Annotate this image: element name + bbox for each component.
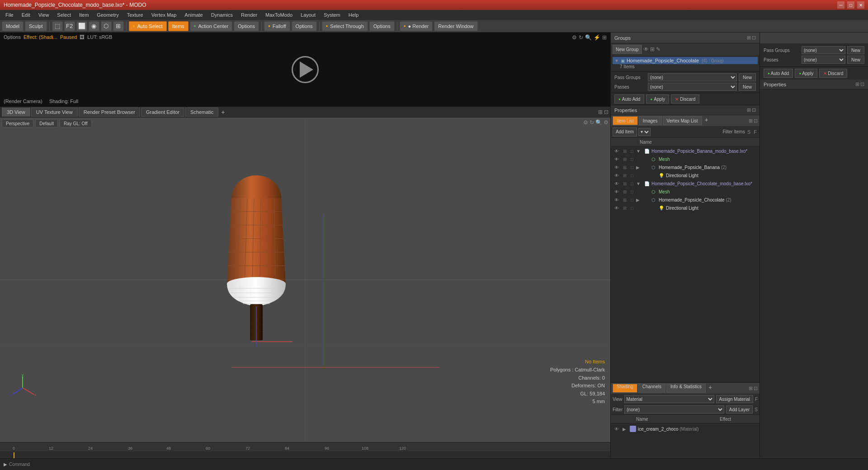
- vp-ctrl-2[interactable]: ↻: [590, 119, 594, 126]
- menu-vertex-map[interactable]: Vertex Map: [148, 11, 180, 19]
- menu-dynamics[interactable]: Dynamics: [208, 11, 236, 19]
- options-btn-2[interactable]: Options: [292, 21, 317, 31]
- fr-passes-select[interactable]: (none): [802, 56, 845, 64]
- passes-select[interactable]: (none): [648, 83, 737, 91]
- f4-btn[interactable]: ◉: [89, 21, 99, 31]
- falloff-btn[interactable]: Falloff: [264, 21, 290, 31]
- il-icon-2[interactable]: ⊡: [754, 118, 758, 124]
- fr-auto-add-btn[interactable]: ● Auto Add: [764, 69, 793, 78]
- vis-icon[interactable]: 👁: [613, 165, 621, 170]
- filter-select[interactable]: (none): [624, 405, 724, 414]
- preview-icon-2[interactable]: ↻: [579, 34, 583, 41]
- new-group-btn[interactable]: New Group: [613, 45, 642, 54]
- groups-collapse-icon[interactable]: ⊡: [752, 35, 756, 41]
- new-passes-btn-2[interactable]: New: [739, 83, 756, 91]
- sh-row-ice-cream[interactable]: 👁 ▶ ice_cream_2_choco (Material): [613, 424, 758, 433]
- new-passes-btn[interactable]: New: [739, 73, 756, 81]
- f6-btn[interactable]: ⊞: [113, 21, 124, 31]
- menu-geometry[interactable]: Geometry: [93, 11, 122, 19]
- preview-icon-5[interactable]: ⊞: [602, 34, 607, 41]
- expand-arrow[interactable]: ▼: [636, 149, 642, 154]
- tab-render-preset[interactable]: Render Preset Browser: [79, 108, 140, 117]
- tab-vertex-map[interactable]: Vertex Map List: [663, 116, 702, 125]
- vis-icon[interactable]: 👁: [613, 189, 621, 194]
- group-item-chocolate[interactable]: ▼ ▣ Homemade_Popsicle_Chocolate (4) : Gr…: [613, 57, 758, 64]
- expand-arrow[interactable]: ▼: [636, 181, 642, 186]
- f2-btn[interactable]: F2: [64, 21, 75, 31]
- auto-add-btn[interactable]: ● Auto Add: [614, 94, 644, 103]
- tab-uv-texture[interactable]: UV Texture View: [31, 108, 78, 117]
- menu-file[interactable]: File: [2, 11, 17, 19]
- menu-animate[interactable]: Animate: [181, 11, 206, 19]
- menu-item[interactable]: Item: [75, 11, 92, 19]
- render-btn[interactable]: ● Render: [400, 21, 433, 31]
- default-btn[interactable]: Default: [35, 119, 58, 127]
- group-expand-arrow[interactable]: ▼: [614, 58, 619, 63]
- fr-discard-btn[interactable]: ✕ Discard: [819, 69, 847, 78]
- tab-gradient-editor[interactable]: Gradient Editor: [141, 108, 184, 117]
- fr-pg-select[interactable]: (none): [802, 46, 845, 54]
- il-icon-1[interactable]: ⊞: [749, 118, 753, 124]
- f1-btn[interactable]: ⬚: [52, 21, 63, 31]
- preview-icon-3[interactable]: 🔍: [585, 34, 592, 41]
- select-through-btn[interactable]: Select Through: [322, 21, 368, 31]
- menu-select[interactable]: Select: [53, 11, 75, 19]
- menu-help[interactable]: Help: [345, 11, 363, 19]
- vp-ctrl-1[interactable]: ⚙: [583, 119, 588, 126]
- tab-info[interactable]: Info & Statistics: [666, 384, 706, 393]
- menu-system[interactable]: System: [320, 11, 344, 19]
- il-row-choco-file[interactable]: 👁 ⊞ □ ▼ 📄 Homemade_Popsicle_Chocolate_mo…: [611, 179, 760, 188]
- sh-icon-2[interactable]: ⊡: [754, 385, 758, 391]
- fr-apply-btn[interactable]: ● Apply: [795, 69, 817, 78]
- vp-ctrl-4[interactable]: ⚙: [604, 119, 609, 126]
- il-row-popsicle-banana[interactable]: 👁 ⊞ □ ▶ ⬡ Homemade_Popsicle_Banana (2): [611, 163, 760, 171]
- vp-ctrl-3[interactable]: 🔍: [595, 119, 602, 126]
- add-layer-btn[interactable]: Add Layer: [726, 405, 753, 414]
- fr-prop-icon-2[interactable]: ⊡: [860, 81, 864, 87]
- groups-expand-icon[interactable]: ⊞: [747, 35, 751, 41]
- tab-channels[interactable]: Channels: [638, 384, 665, 393]
- vis-icon[interactable]: 👁: [613, 173, 621, 178]
- preview-icon-1[interactable]: ⚙: [572, 34, 577, 41]
- f3-btn[interactable]: ⬜: [76, 21, 87, 31]
- apply-btn[interactable]: ● Apply: [646, 94, 669, 103]
- expand-arrow[interactable]: ▶: [636, 165, 642, 170]
- il-row-light-banana[interactable]: 👁 ⊞ □ 💡 Directional Light: [611, 171, 760, 179]
- preview-icon-4[interactable]: ⚡: [594, 34, 600, 41]
- groups-icon-1[interactable]: 👁: [643, 46, 649, 52]
- assign-material-btn[interactable]: Assign Material: [716, 395, 753, 403]
- menu-texture[interactable]: Texture: [123, 11, 147, 19]
- menu-view[interactable]: View: [35, 11, 53, 19]
- filter-s-btn[interactable]: S: [746, 129, 751, 135]
- fr-new-btn[interactable]: New: [847, 46, 864, 54]
- filter-f-btn[interactable]: F: [753, 129, 758, 135]
- tab-shading[interactable]: Shading: [613, 384, 637, 393]
- vt-icon-1[interactable]: ⊞: [598, 109, 603, 115]
- add-tab-btn[interactable]: +: [219, 108, 226, 116]
- menu-edit[interactable]: Edit: [18, 11, 34, 19]
- options-btn-1[interactable]: Options: [234, 21, 259, 31]
- sh-expand-arrow[interactable]: ▶: [623, 427, 628, 432]
- perspective-btn[interactable]: Perspective: [2, 119, 33, 127]
- tab-3d-view[interactable]: 3D View: [2, 108, 30, 117]
- add-layer-s-key[interactable]: S: [755, 407, 758, 412]
- groups-icon-2[interactable]: ⊞: [650, 46, 655, 52]
- restore-btn[interactable]: □: [847, 1, 854, 9]
- vis-icon[interactable]: 👁: [613, 149, 621, 154]
- view-select[interactable]: Material: [624, 395, 714, 403]
- sh-vis-icon[interactable]: 👁: [614, 427, 621, 432]
- menu-render[interactable]: Render: [237, 11, 261, 19]
- expand-arrow[interactable]: ▶: [636, 197, 642, 202]
- add-item-btn[interactable]: Add Item: [613, 127, 637, 136]
- ray-gl-btn[interactable]: Ray GL: Off: [60, 119, 92, 127]
- groups-icon-3[interactable]: ✎: [656, 46, 660, 52]
- tab-item-list[interactable]: Item List: [613, 116, 638, 125]
- render-window-btn[interactable]: Render Window: [434, 21, 477, 31]
- pass-groups-select[interactable]: (none): [648, 73, 737, 81]
- vis-icon[interactable]: 👁: [613, 197, 621, 202]
- items-btn[interactable]: Items: [168, 21, 189, 31]
- menu-layout[interactable]: Layout: [297, 11, 319, 19]
- sh-icon-1[interactable]: ⊞: [749, 385, 753, 391]
- f5-btn[interactable]: ⬡: [101, 21, 112, 31]
- fr-prop-icon-1[interactable]: ⊞: [855, 81, 859, 87]
